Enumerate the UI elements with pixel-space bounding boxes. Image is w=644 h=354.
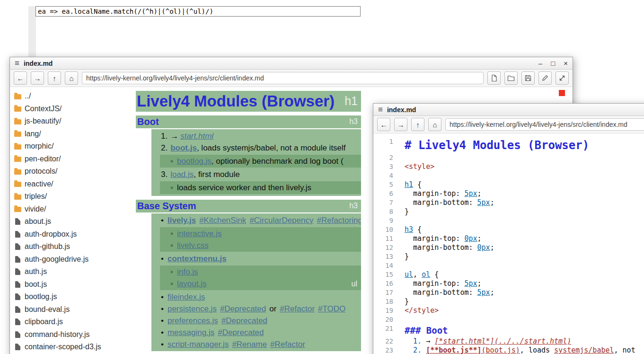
forward-button[interactable]: → bbox=[31, 71, 44, 85]
sidebar-item-auth-js[interactable]: auth.js bbox=[14, 266, 133, 278]
edit-button[interactable] bbox=[538, 71, 552, 85]
back-button[interactable]: ← bbox=[14, 71, 27, 85]
code-line[interactable]: 21### Boot bbox=[373, 324, 644, 337]
link-interactive-js[interactable]: interactive.js bbox=[177, 229, 221, 238]
window-menu-icon[interactable]: ≡ bbox=[378, 106, 383, 114]
link-load-js[interactable]: load.js bbox=[170, 170, 194, 179]
link-contextmenu-js[interactable]: contextmenu.js bbox=[168, 254, 227, 263]
code-line[interactable]: 23 2. [**boot.js**](boot.js), loads syst… bbox=[373, 346, 644, 354]
sidebar-item-morphic[interactable]: morphic/ bbox=[14, 140, 133, 153]
code-line[interactable]: 2 bbox=[373, 153, 644, 162]
code-token: 5px bbox=[477, 288, 490, 297]
code-line[interactable]: 20 bbox=[373, 315, 644, 324]
fullscreen-button[interactable] bbox=[556, 71, 569, 85]
code-line[interactable]: 12 margin-bottom: 0px; bbox=[373, 243, 644, 252]
item-label: command-history.js bbox=[25, 330, 90, 339]
up-button[interactable]: ↑ bbox=[411, 118, 424, 131]
link-tag[interactable]: #Rename bbox=[232, 340, 267, 349]
new-file-button[interactable] bbox=[487, 71, 501, 85]
home-button[interactable]: ⌂ bbox=[65, 71, 78, 85]
link-tag[interactable]: #KitchenSink bbox=[199, 216, 246, 225]
code-text: } bbox=[401, 252, 409, 261]
code-line[interactable]: 14 bbox=[373, 261, 644, 270]
maximize-button[interactable]: □ bbox=[551, 59, 555, 67]
link-messaging-js[interactable]: messaging.js bbox=[168, 328, 214, 337]
sidebar-item-triples[interactable]: triples/ bbox=[14, 190, 133, 203]
link-tag[interactable]: #Refactoring bbox=[317, 216, 362, 225]
link-tag[interactable]: #Deprecated bbox=[221, 316, 267, 325]
sidebar-item-contextjs[interactable]: ContextJS/ bbox=[14, 103, 133, 115]
link-tag[interactable]: #Refactor bbox=[270, 340, 305, 349]
sidebar-item-auth-googledrive-js[interactable]: auth-googledrive.js bbox=[14, 253, 133, 266]
link-bootlog-js[interactable]: bootlog.js bbox=[177, 157, 212, 166]
link-start-html[interactable]: start.html bbox=[180, 132, 213, 141]
code-line[interactable]: 11 margin-top: 0px; bbox=[373, 234, 644, 243]
code-line[interactable]: 5h1 { bbox=[373, 180, 644, 189]
sidebar-item-protocols[interactable]: protocols/ bbox=[14, 165, 133, 178]
bullet: • bbox=[161, 292, 164, 301]
code-line[interactable]: 6 margin-top: 5px; bbox=[373, 189, 644, 198]
element-filter-input[interactable] bbox=[35, 6, 361, 17]
link-script-manager-js[interactable]: script-manager.js bbox=[168, 340, 229, 349]
link-persistence-js[interactable]: persistence.js bbox=[168, 304, 217, 313]
file-icon bbox=[15, 331, 20, 338]
link-tag[interactable]: #TODO bbox=[318, 304, 345, 313]
code-line[interactable]: 1# Lively4 Modules (Browser) bbox=[373, 137, 644, 153]
code-line[interactable]: 7 margin-bottom: 5px; bbox=[373, 198, 644, 207]
sidebar-item-lang[interactable]: lang/ bbox=[14, 128, 133, 141]
link-tag[interactable]: #Deprecated bbox=[218, 328, 264, 337]
url-input[interactable] bbox=[445, 118, 644, 131]
link-tag[interactable]: #Refactor bbox=[280, 304, 315, 313]
code-token: ; bbox=[477, 189, 482, 198]
link-lively-css[interactable]: lively.css bbox=[177, 241, 209, 250]
link-info-js[interactable]: info.js bbox=[177, 267, 198, 276]
code-line[interactable]: 13} bbox=[373, 252, 644, 261]
code-line[interactable]: 9 bbox=[373, 216, 644, 225]
code-line[interactable]: 22 1. → [*start.html*](../../start.html) bbox=[373, 337, 644, 346]
sidebar-item-auth-github-js[interactable]: auth-github.js bbox=[14, 240, 133, 253]
bullet: ◦ bbox=[170, 157, 173, 166]
code-line[interactable]: 4 bbox=[373, 171, 644, 180]
sidebar-item-parent-dir[interactable]: ../ bbox=[14, 90, 133, 103]
sidebar-item-reactive[interactable]: reactive/ bbox=[14, 178, 133, 191]
window-titlebar[interactable]: ≡ index.md bbox=[373, 104, 644, 116]
sidebar-item-bound-eval-js[interactable]: bound-eval.js bbox=[14, 303, 133, 316]
link-preferences-js[interactable]: preferences.js bbox=[168, 316, 218, 325]
close-button[interactable]: × bbox=[564, 59, 568, 67]
link-fileindex-js[interactable]: fileindex.js bbox=[168, 292, 205, 301]
minimize-button[interactable]: – bbox=[538, 59, 542, 67]
sidebar-item-js-beautify[interactable]: js-beautify/ bbox=[14, 115, 133, 128]
sidebar-item-pen-editor[interactable]: pen-editor/ bbox=[14, 153, 133, 166]
sidebar-item-container-scoped-d3-js[interactable]: container-scoped-d3.js bbox=[14, 341, 133, 354]
code-line[interactable]: 18} bbox=[373, 297, 644, 306]
code-line[interactable]: 17 margin-bottom: 5px; bbox=[373, 288, 644, 297]
code-line[interactable]: 19</style> bbox=[373, 306, 644, 315]
back-button[interactable]: ← bbox=[377, 118, 390, 131]
home-button[interactable]: ⌂ bbox=[428, 118, 441, 131]
window-titlebar[interactable]: ≡ index.md – □ × bbox=[10, 57, 573, 70]
sidebar-item-vivide[interactable]: vivide/ bbox=[14, 203, 133, 216]
link-layout-js[interactable]: layout.js bbox=[177, 279, 206, 288]
code-line[interactable]: 16 margin-top: 5px; bbox=[373, 279, 644, 288]
save-button[interactable] bbox=[521, 71, 535, 85]
link-tag[interactable]: #Deprecated bbox=[220, 304, 266, 313]
sidebar-item-command-history-js[interactable]: command-history.js bbox=[14, 328, 133, 341]
link-boot-js[interactable]: boot.js bbox=[170, 143, 197, 152]
code-line[interactable]: 10h3 { bbox=[373, 225, 644, 234]
code-line[interactable]: 8} bbox=[373, 207, 644, 216]
link-lively-js[interactable]: lively.js bbox=[168, 216, 196, 225]
forward-button[interactable]: → bbox=[394, 118, 407, 131]
sidebar-item-boot-js[interactable]: boot.js bbox=[14, 278, 133, 291]
code-line[interactable]: 3<style> bbox=[373, 162, 644, 171]
code-line[interactable]: 15ul, ol { bbox=[373, 270, 644, 279]
sidebar-item-auth-dropbox-js[interactable]: auth-dropbox.js bbox=[14, 228, 133, 241]
up-button[interactable]: ↑ bbox=[48, 71, 61, 85]
sidebar-item-about-js[interactable]: about.js bbox=[14, 215, 133, 228]
link-tag[interactable]: #CircularDepency bbox=[249, 216, 313, 225]
window-menu-icon[interactable]: ≡ bbox=[15, 59, 19, 67]
code-editor[interactable]: 1# Lively4 Modules (Browser) 2 3<style> … bbox=[373, 133, 644, 354]
sidebar-item-bootlog-js[interactable]: bootlog.js bbox=[14, 291, 133, 303]
sidebar-item-clipboard-js[interactable]: clipboard.js bbox=[14, 316, 133, 328]
open-folder-button[interactable] bbox=[504, 71, 518, 85]
url-input[interactable] bbox=[82, 72, 484, 84]
